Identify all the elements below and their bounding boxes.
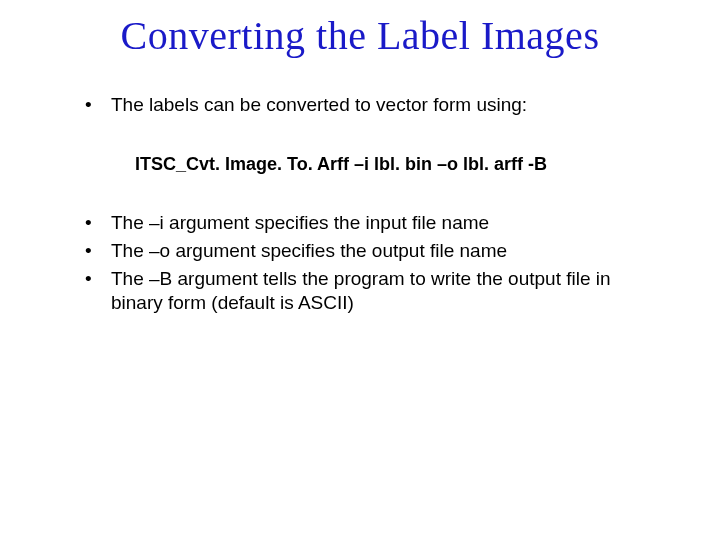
bullet-text: The –B argument tells the program to wri… [111,268,611,313]
bullet-text: The –o argument specifies the output fil… [111,240,507,261]
bullet-text: The –i argument specifies the input file… [111,212,489,233]
bullet-text: The labels can be converted to vector fo… [111,94,527,115]
command-line: ITSC_Cvt. Image. To. Arff –i lbl. bin –o… [85,153,650,176]
slide-title: Converting the Label Images [0,12,720,59]
slide-body: The labels can be converted to vector fo… [0,93,720,314]
bullet-item: The –o argument specifies the output fil… [85,239,650,263]
slide: Converting the Label Images The labels c… [0,12,720,540]
bullet-item: The –B argument tells the program to wri… [85,267,650,315]
bullet-item: The –i argument specifies the input file… [85,211,650,235]
bullet-group: The –i argument specifies the input file… [85,211,650,314]
bullet-item: The labels can be converted to vector fo… [85,93,650,117]
